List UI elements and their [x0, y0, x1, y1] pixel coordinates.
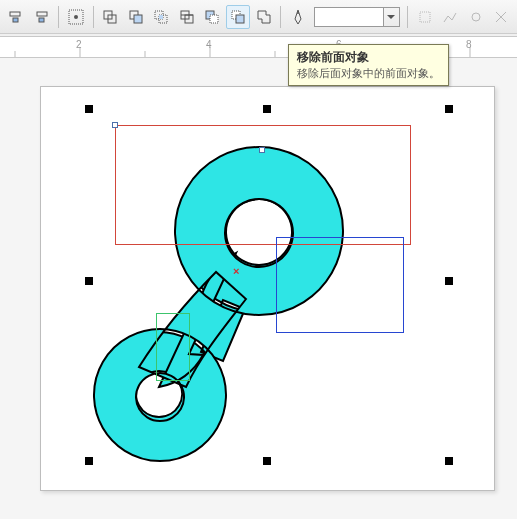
svg-rect-3	[39, 18, 44, 22]
separator	[93, 6, 94, 28]
node-handle[interactable]	[259, 147, 265, 153]
tooltip-description: 移除后面对象中的前面对象。	[297, 66, 440, 81]
selection-handle-sw[interactable]	[85, 457, 93, 465]
extra-icon-4[interactable]	[489, 5, 513, 29]
separator	[280, 6, 281, 28]
boundary-icon[interactable]	[252, 5, 276, 29]
separator	[58, 6, 59, 28]
selection-handle-s[interactable]	[263, 457, 271, 465]
selection-handle-e[interactable]	[445, 277, 453, 285]
svg-point-20	[297, 12, 299, 14]
red-rectangle[interactable]	[115, 125, 411, 245]
selection-handle-nw[interactable]	[85, 105, 93, 113]
pen-icon[interactable]	[286, 5, 310, 29]
fill-color-control	[314, 7, 400, 27]
extra-icon-2[interactable]	[438, 5, 462, 29]
tooltip: 移除前面对象 移除后面对象中的前面对象。	[288, 44, 449, 86]
intersect-icon[interactable]	[150, 5, 174, 29]
tooltip-title: 移除前面对象	[297, 49, 440, 66]
green-rectangle[interactable]	[156, 313, 190, 381]
extra-icon-3[interactable]	[464, 5, 488, 29]
selection-handle-ne[interactable]	[445, 105, 453, 113]
property-bar	[0, 0, 517, 34]
align-distribute-icon-1[interactable]	[4, 5, 28, 29]
svg-rect-0	[10, 12, 20, 16]
svg-rect-12	[159, 15, 163, 19]
svg-rect-2	[37, 12, 47, 16]
node-handle[interactable]	[112, 122, 118, 128]
selection-handle-n[interactable]	[263, 105, 271, 113]
ruler-label: 4	[206, 39, 212, 50]
extra-icon-1[interactable]	[413, 5, 437, 29]
svg-rect-17	[210, 15, 218, 23]
svg-point-22	[472, 13, 480, 21]
ruler-label: 8	[466, 39, 472, 50]
drawing-page[interactable]: ×	[40, 86, 495, 491]
front-minus-back-icon[interactable]	[201, 5, 225, 29]
align-distribute-icon-2[interactable]	[30, 5, 54, 29]
svg-point-5	[74, 15, 78, 19]
selection-handle-w[interactable]	[85, 277, 93, 285]
blue-rectangle[interactable]	[276, 237, 404, 333]
simplify-icon[interactable]	[175, 5, 199, 29]
svg-rect-21	[420, 12, 430, 22]
svg-rect-1	[13, 18, 18, 22]
fill-dropdown[interactable]	[384, 7, 400, 27]
separator	[407, 6, 408, 28]
trim-icon[interactable]	[124, 5, 148, 29]
selection-handle-se[interactable]	[445, 457, 453, 465]
back-minus-front-icon[interactable]	[226, 5, 250, 29]
ruler-label: 2	[76, 39, 82, 50]
svg-rect-9	[134, 15, 142, 23]
fill-color-well[interactable]	[314, 7, 384, 27]
union-icon[interactable]	[99, 5, 123, 29]
canvas-workspace[interactable]: ×	[0, 58, 517, 519]
selection-center-marker: ×	[233, 265, 239, 277]
eyedropper-icon[interactable]	[64, 5, 88, 29]
svg-rect-19	[236, 15, 244, 23]
